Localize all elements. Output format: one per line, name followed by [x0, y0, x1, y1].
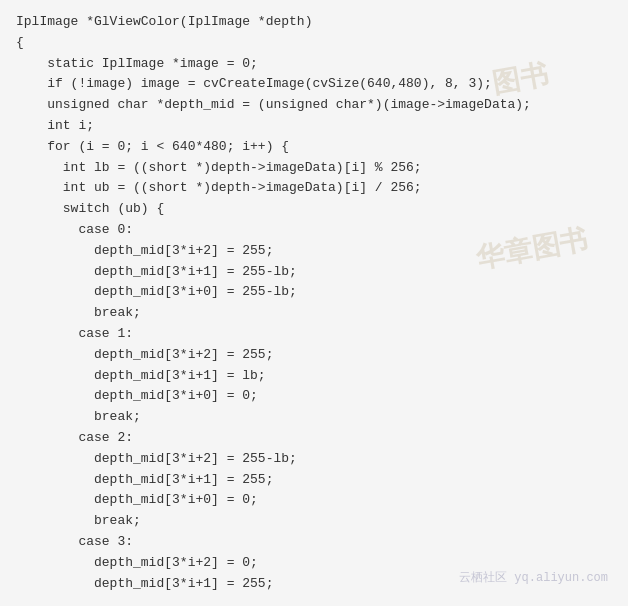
code-line: depth_mid[3*i+2] = 255-lb;: [16, 449, 612, 470]
code-line: depth_mid[3*i+0] = 0;: [16, 386, 612, 407]
code-container: IplImage *GlViewColor(IplImage *depth){ …: [0, 0, 628, 606]
code-line: depth_mid[3*i+2] = 255;: [16, 345, 612, 366]
code-line: switch (ub) {: [16, 199, 612, 220]
code-line: if (!image) image = cvCreateImage(cvSize…: [16, 74, 612, 95]
code-line: depth_mid[3*i+2] = 0;: [16, 553, 612, 574]
code-line: {: [16, 33, 612, 54]
code-line: unsigned char *depth_mid = (unsigned cha…: [16, 95, 612, 116]
code-line: int i;: [16, 116, 612, 137]
code-line: case 0:: [16, 220, 612, 241]
code-line: int lb = ((short *)depth->imageData)[i] …: [16, 158, 612, 179]
code-line: static IplImage *image = 0;: [16, 54, 612, 75]
code-line: for (i = 0; i < 640*480; i++) {: [16, 137, 612, 158]
code-line: IplImage *GlViewColor(IplImage *depth): [16, 12, 612, 33]
code-line: depth_mid[3*i+1] = 255;: [16, 470, 612, 491]
code-line: break;: [16, 511, 612, 532]
code-line: depth_mid[3*i+0] = 255-lb;: [16, 282, 612, 303]
code-line: break;: [16, 303, 612, 324]
code-line: depth_mid[3*i+1] = 255;: [16, 574, 612, 595]
code-block: IplImage *GlViewColor(IplImage *depth){ …: [16, 12, 612, 594]
code-line: case 2:: [16, 428, 612, 449]
code-line: depth_mid[3*i+0] = 0;: [16, 490, 612, 511]
code-line: depth_mid[3*i+2] = 255;: [16, 241, 612, 262]
code-line: int ub = ((short *)depth->imageData)[i] …: [16, 178, 612, 199]
code-line: depth_mid[3*i+1] = 255-lb;: [16, 262, 612, 283]
code-line: break;: [16, 407, 612, 428]
code-line: case 1:: [16, 324, 612, 345]
code-line: case 3:: [16, 532, 612, 553]
code-line: depth_mid[3*i+1] = lb;: [16, 366, 612, 387]
